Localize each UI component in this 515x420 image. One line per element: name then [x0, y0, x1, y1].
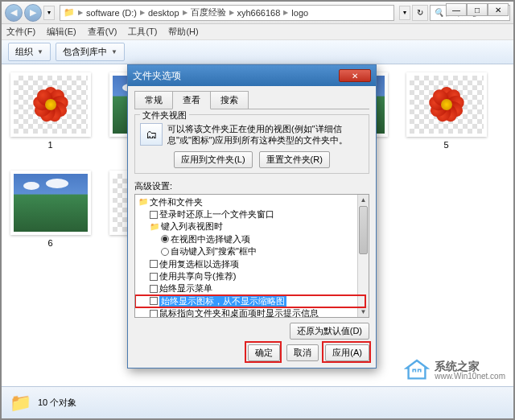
tree-item-label: 自动键入到"搜索"框中 — [171, 245, 257, 257]
tree-item-label: 使用共享向导(推荐) — [159, 270, 236, 282]
thumbnail-item[interactable]: 5 — [404, 72, 488, 150]
tree-item[interactable]: 始终显示图标，从不显示缩略图 — [137, 295, 367, 307]
restore-defaults-button[interactable]: 还原为默认值(D) — [290, 323, 369, 340]
bc-item[interactable]: software (D:) — [86, 8, 137, 18]
tree-item[interactable]: 使用复选框以选择项 — [137, 258, 367, 270]
status-bar: 📁 10 个对象 — [2, 386, 513, 418]
watermark-title: 系统之家 — [435, 360, 505, 372]
watermark: 系统之家 www.Win10net.com — [404, 359, 505, 381]
menu-file[interactable]: 文件(F) — [6, 26, 35, 38]
maximize-button[interactable]: □ — [467, 3, 488, 16]
refresh-button[interactable]: ↻ — [412, 5, 428, 21]
tab-general[interactable]: 常规 — [134, 91, 173, 109]
scrollbar-vertical[interactable]: ▲ ▼ — [357, 195, 369, 317]
tree-item[interactable]: 自动键入到"搜索"框中 — [137, 245, 367, 257]
tree-item[interactable]: 在视图中选择键入项 — [137, 233, 367, 245]
folder-icon: 📁 — [138, 197, 148, 207]
thumbnail-item[interactable]: 6 — [8, 171, 93, 248]
tree-item-label: 登录时还原上一个文件夹窗口 — [159, 208, 274, 220]
tree-item-label: 文件和文件夹 — [150, 196, 203, 208]
reset-folders-button[interactable]: 重置文件夹(R) — [259, 151, 330, 168]
folder-icon: 📁 — [10, 393, 31, 414]
tab-view[interactable]: 查看 — [172, 91, 211, 109]
tree-item-label: 始终显示图标，从不显示缩略图 — [159, 295, 286, 307]
tree-item-label: 键入列表视图时 — [161, 220, 223, 233]
checkbox-icon[interactable] — [150, 297, 158, 305]
advanced-label: 高级设置: — [134, 180, 369, 192]
bc-item[interactable]: xyh666168 — [237, 8, 281, 18]
breadcrumb-dropdown[interactable]: ▾ — [399, 6, 410, 20]
tree-item-label: 使用复选框以选择项 — [159, 258, 239, 270]
dialog-titlebar[interactable]: 文件夹选项 ✕ — [128, 65, 376, 86]
apply-button[interactable]: 应用(A) — [325, 344, 369, 361]
scroll-up-arrow[interactable]: ▲ — [358, 195, 369, 206]
logo-icon — [404, 359, 430, 381]
window-controls: — □ ✕ — [446, 3, 509, 16]
menu-bar: 文件(F) 编辑(E) 查看(V) 工具(T) 帮助(H) — [2, 24, 513, 40]
tree-item-label: 始终显示菜单 — [159, 282, 212, 294]
fieldset-text: 可以将该文件夹正在使用的视图(例如"详细信息"或"图标")应用到所有这种类型的文… — [167, 123, 364, 146]
forward-button[interactable]: ▶ — [24, 4, 42, 22]
menu-help[interactable]: 帮助(H) — [168, 26, 198, 38]
folder-view-fieldset: 文件夹视图 🗂 可以将该文件夹正在使用的视图(例如"详细信息"或"图标")应用到… — [134, 114, 369, 174]
thumbnail-label: 5 — [443, 140, 448, 150]
toolbar: 组织▼ 包含到库中▼ — [2, 40, 513, 64]
thumbnail-item[interactable]: 1 — [8, 72, 93, 150]
tree-item[interactable]: 📁文件和文件夹 — [137, 196, 367, 208]
radio-icon[interactable] — [161, 235, 169, 243]
search-icon: 🔍 — [434, 8, 443, 17]
tree-item[interactable]: 鼠标指向文件夹和桌面项时显示提示信息 — [137, 307, 367, 318]
cancel-button[interactable]: 取消 — [286, 344, 319, 361]
organize-button[interactable]: 组织▼ — [8, 43, 51, 61]
bc-item[interactable]: 百度经验 — [191, 6, 226, 19]
fieldset-legend: 文件夹视图 — [140, 109, 189, 121]
folder-icon: 📁 — [150, 222, 159, 232]
menu-tools[interactable]: 工具(T) — [128, 26, 157, 38]
dialog-close-button[interactable]: ✕ — [339, 69, 371, 82]
dialog-tabs: 常规 查看 搜索 — [134, 91, 369, 109]
tree-item[interactable]: 登录时还原上一个文件夹窗口 — [137, 208, 367, 220]
checkbox-icon[interactable] — [150, 211, 158, 219]
tab-search[interactable]: 搜索 — [210, 91, 249, 109]
scroll-down-arrow[interactable]: ▼ — [358, 306, 369, 317]
checkbox-icon[interactable] — [150, 310, 158, 318]
thumbnail-label: 1 — [47, 140, 52, 150]
history-dropdown[interactable]: ▾ — [43, 6, 55, 20]
folder-icon: 📁 — [64, 7, 75, 18]
tree-item[interactable]: 📁键入列表视图时 — [137, 220, 367, 233]
object-count: 10 个对象 — [38, 397, 76, 409]
tree-item-label: 鼠标指向文件夹和桌面项时显示提示信息 — [159, 307, 319, 318]
checkbox-icon[interactable] — [150, 260, 158, 268]
advanced-tree[interactable]: 📁文件和文件夹登录时还原上一个文件夹窗口📁键入列表视图时在视图中选择键入项自动键… — [134, 194, 369, 318]
back-button[interactable]: ◀ — [5, 4, 23, 22]
watermark-sub: www.Win10net.com — [435, 372, 505, 381]
tree-item[interactable]: 使用共享向导(推荐) — [137, 270, 367, 282]
breadcrumb[interactable]: 📁 ▶ software (D:)▶ desktop▶ 百度经验▶ xyh666… — [60, 5, 394, 21]
tree-item[interactable]: 始终显示菜单 — [137, 282, 367, 294]
checkbox-icon[interactable] — [150, 285, 158, 293]
apply-to-folders-button[interactable]: 应用到文件夹(L) — [174, 151, 252, 168]
dialog-footer: 确定 取消 应用(A) — [134, 344, 369, 361]
folder-options-dialog: 文件夹选项 ✕ 常规 查看 搜索 文件夹视图 🗂 可以将该文件夹正在使用的视图(… — [127, 64, 377, 369]
bc-item[interactable]: desktop — [148, 8, 179, 18]
nav-bar: ◀ ▶ ▾ 📁 ▶ software (D:)▶ desktop▶ 百度经验▶ … — [2, 2, 513, 24]
thumbnail-label: 6 — [47, 238, 52, 248]
scroll-thumb[interactable] — [359, 206, 368, 254]
tree-item-label: 在视图中选择键入项 — [171, 233, 250, 245]
menu-edit[interactable]: 编辑(E) — [47, 26, 76, 38]
dialog-title: 文件夹选项 — [133, 69, 181, 83]
ok-button[interactable]: 确定 — [248, 344, 280, 361]
radio-icon[interactable] — [161, 248, 169, 256]
bc-item[interactable]: logo — [291, 8, 308, 18]
menu-view[interactable]: 查看(V) — [88, 26, 117, 38]
folder-view-icon: 🗂 — [140, 123, 163, 146]
minimize-button[interactable]: — — [446, 3, 467, 16]
include-library-button[interactable]: 包含到库中▼ — [56, 43, 125, 61]
checkbox-icon[interactable] — [150, 273, 158, 281]
close-window-button[interactable]: ✕ — [488, 3, 509, 16]
